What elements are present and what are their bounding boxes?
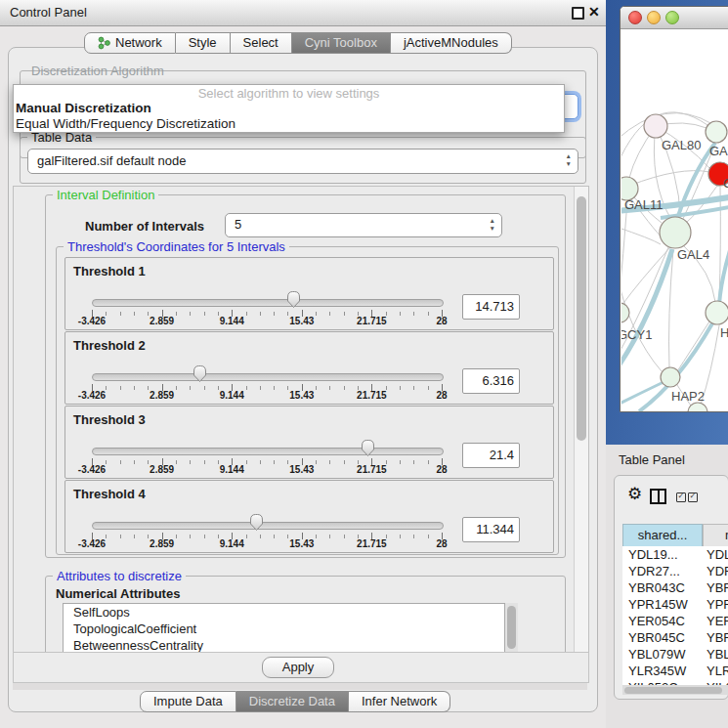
slider-ticks bbox=[92, 460, 443, 464]
network-edge[interactable] bbox=[677, 321, 709, 371]
tick-label: 2.859 bbox=[150, 538, 174, 549]
algorithm-group-title: Discretization Algorithm bbox=[27, 64, 168, 78]
table-row[interactable]: YLR345WYLR3 bbox=[622, 663, 728, 679]
tick-label: 28 bbox=[436, 464, 447, 475]
threshold-value-box[interactable]: 21.4 bbox=[462, 443, 520, 468]
table-hscrollbar-thumb[interactable] bbox=[624, 687, 722, 694]
settings-scroll-area: Interval Definition Number of Intervals … bbox=[13, 186, 589, 654]
intervals-value: 5 bbox=[235, 217, 241, 232]
cell-name: YER0 bbox=[707, 613, 728, 629]
bottom-tabs: Impute Data Discretize Data Infer Networ… bbox=[140, 691, 450, 712]
table-panel-dock: Table Panel shared... n YDL19...YDL1YDR2… bbox=[606, 445, 728, 728]
threshold-value-box[interactable]: 11.344 bbox=[462, 517, 520, 542]
cell-name: YDR2 bbox=[707, 563, 728, 579]
network-canvas[interactable]: GAL80GAGAL11CGAL4GCY1HHAP2 bbox=[621, 29, 728, 411]
network-window-titlebar bbox=[621, 7, 728, 29]
list-item[interactable]: TopologicalCoefficient bbox=[64, 621, 504, 637]
network-node[interactable] bbox=[644, 114, 667, 138]
list-scrollbar-thumb[interactable] bbox=[507, 606, 516, 649]
tab-infer-network[interactable]: Infer Network bbox=[349, 691, 450, 712]
interval-group-title: Interval Definition bbox=[53, 188, 158, 202]
network-edge[interactable] bbox=[669, 249, 674, 368]
node-label: GAL4 bbox=[677, 247, 709, 262]
tick-label: 15.43 bbox=[289, 538, 314, 549]
tick-label: 21.715 bbox=[357, 538, 387, 549]
gear-icon[interactable] bbox=[627, 484, 642, 504]
table-hscrollbar[interactable] bbox=[622, 685, 728, 695]
cell-shared-name: YBR045C bbox=[628, 629, 685, 646]
cell-shared-name: YBR043C bbox=[628, 579, 685, 596]
close-icon[interactable] bbox=[588, 4, 600, 20]
slider-thumb[interactable] bbox=[286, 290, 301, 309]
combo-stepper-icon[interactable] bbox=[490, 217, 495, 233]
table-row[interactable]: YER054CYER0 bbox=[622, 613, 728, 629]
table-row[interactable]: YBR043CYBR0 bbox=[622, 579, 728, 596]
network-node[interactable] bbox=[621, 303, 629, 322]
tab-jactivemnodules[interactable]: jActiveMNodules bbox=[391, 32, 512, 54]
tick-label: -3.426 bbox=[78, 316, 106, 326]
network-node[interactable] bbox=[661, 367, 680, 387]
zoom-traffic-light-icon[interactable] bbox=[665, 11, 679, 24]
column-header-name[interactable]: n bbox=[703, 524, 728, 547]
select-none-checkbox-icon[interactable] bbox=[688, 492, 698, 502]
tick-label: 2.859 bbox=[150, 464, 174, 475]
table-row[interactable]: YPR145WYPR1 bbox=[622, 596, 728, 613]
minimize-traffic-light-icon[interactable] bbox=[647, 11, 661, 24]
slider-track[interactable] bbox=[92, 373, 444, 381]
table-row[interactable]: YBR045CYBR0 bbox=[622, 629, 728, 646]
node-table[interactable]: YDL19...YDL1YDR27...YDR2YBR043CYBR0YPR14… bbox=[622, 546, 728, 685]
panel-scrollbar[interactable] bbox=[574, 187, 589, 653]
network-node[interactable] bbox=[706, 301, 728, 324]
slider-track[interactable] bbox=[92, 522, 444, 530]
screen: Control Panel Network Style Select Cyni … bbox=[0, 0, 728, 728]
apply-button[interactable]: Apply bbox=[262, 657, 334, 678]
numerical-attributes-list[interactable]: SelfLoopsTopologicalCoefficientBetweenne… bbox=[63, 603, 505, 654]
divider-strip bbox=[13, 683, 587, 690]
threshold-value-box[interactable]: 14.713 bbox=[462, 294, 520, 320]
table-row[interactable]: YDR27...YDR2 bbox=[622, 563, 728, 579]
tab-cyni-toolbox[interactable]: Cyni Toolbox bbox=[292, 32, 391, 54]
threshold-label: Threshold 2 bbox=[73, 338, 146, 353]
close-traffic-light-icon[interactable] bbox=[628, 11, 642, 24]
algorithm-popup: Select algorithm to view settings Manual… bbox=[13, 84, 565, 133]
panel-scrollbar-thumb[interactable] bbox=[577, 196, 586, 441]
network-node[interactable] bbox=[660, 217, 691, 248]
slider-thumb[interactable] bbox=[193, 364, 207, 383]
tab-impute-data[interactable]: Impute Data bbox=[140, 691, 236, 712]
numerical-attributes-label: Numerical Attributes bbox=[56, 586, 180, 601]
network-edge[interactable] bbox=[621, 201, 627, 304]
popup-option-equal-width[interactable]: Equal Width/Frequency Discretization bbox=[14, 116, 564, 132]
slider-track[interactable] bbox=[92, 299, 444, 307]
table-row[interactable]: YBL079WYBL0 bbox=[622, 646, 728, 663]
threshold-row: Threshold 1 -3.4262.8599.14415.4321.7152… bbox=[64, 257, 554, 330]
list-item[interactable]: SelfLoops bbox=[64, 604, 504, 621]
cell-shared-name: YER054C bbox=[628, 613, 685, 629]
node-label: GAL80 bbox=[662, 138, 701, 152]
tab-style[interactable]: Style bbox=[176, 32, 231, 54]
threshold-value-box[interactable]: 6.316 bbox=[462, 368, 520, 394]
network-node[interactable] bbox=[706, 121, 727, 143]
column-header-shared[interactable]: shared... bbox=[622, 524, 703, 547]
combo-stepper-icon[interactable] bbox=[566, 152, 572, 168]
tab-select[interactable]: Select bbox=[231, 32, 292, 54]
popup-option-manual[interactable]: Manual Discretization bbox=[14, 101, 564, 116]
slider-thumb[interactable] bbox=[361, 439, 375, 457]
tab-network[interactable]: Network bbox=[84, 32, 176, 54]
cell-name: YBR0 bbox=[707, 629, 728, 646]
slider-ticks bbox=[92, 535, 443, 538]
columns-icon[interactable] bbox=[650, 489, 666, 504]
list-scrollbar[interactable] bbox=[505, 603, 518, 654]
table-data-combobox[interactable]: galFiltered.sif default node bbox=[27, 149, 578, 174]
float-window-icon[interactable] bbox=[572, 7, 584, 20]
slider-thumb[interactable] bbox=[249, 513, 264, 532]
table-row[interactable]: YDL19...YDL1 bbox=[622, 546, 728, 563]
select-all-checkbox-icon[interactable] bbox=[676, 492, 686, 502]
tick-label: 2.859 bbox=[150, 316, 174, 326]
network-node[interactable] bbox=[688, 403, 707, 411]
intervals-combobox[interactable]: 5 bbox=[225, 213, 502, 237]
number-of-intervals-label: Number of Intervals bbox=[85, 219, 204, 234]
slider-track[interactable] bbox=[92, 448, 444, 455]
tab-discretize-data[interactable]: Discretize Data bbox=[236, 691, 349, 712]
threshold-row: Threshold 2 -3.4262.8599.14415.4321.7152… bbox=[64, 331, 554, 405]
tick-label: 9.144 bbox=[220, 390, 244, 401]
